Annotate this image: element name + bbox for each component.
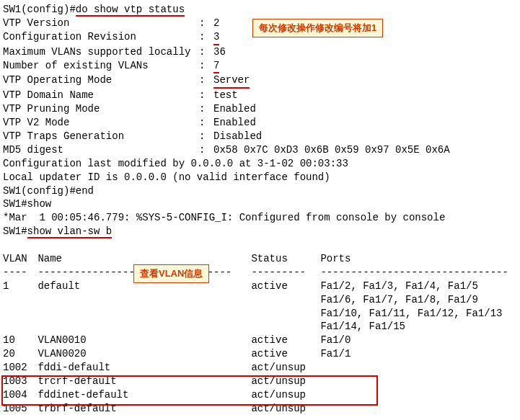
- table-row: 20 VLAN0020activeFa1/1: [3, 347, 517, 361]
- cell-name: fddinet-default: [38, 388, 251, 402]
- cell-ports: Fa1/14, Fa1/15: [320, 320, 405, 334]
- cell-name: trcrf-default: [38, 375, 251, 388]
- table-row-continuation: Fa1/14, Fa1/15: [3, 320, 517, 334]
- cell-vlan: 1: [3, 280, 32, 293]
- col-status: Status: [251, 252, 320, 266]
- label: VTP Operating Mode: [3, 73, 199, 89]
- table-row-continuation: Fa1/10, Fa1/11, Fa1/12, Fa1/13: [3, 307, 517, 321]
- cell-ports: Fa1/2, Fa1/3, Fa1/4, Fa1/5: [320, 280, 477, 293]
- colon: :: [199, 130, 213, 143]
- callout-revision-note: 每次修改操作修改编号将加1: [252, 19, 383, 37]
- vtp-maxvlan-row: Maximum VLANs supported locally: 36: [3, 45, 517, 59]
- label: MD5 digest: [3, 143, 199, 157]
- label: Maximum VLANs supported locally: [3, 45, 199, 59]
- command-text: do show vtp status: [76, 4, 185, 17]
- cli-end-line: SW1(config)#end: [3, 184, 517, 198]
- table-row: 1003 trcrf-defaultact/unsup: [3, 375, 517, 388]
- prompt: SW1(config)#: [3, 4, 76, 15]
- colon: :: [199, 73, 213, 89]
- value: 36: [213, 45, 226, 59]
- vtp-numvlan-row: Number of existing VLANs: 7: [3, 59, 517, 74]
- cell-status: active: [251, 280, 320, 293]
- cell-name: VLAN0010: [38, 334, 251, 347]
- prompt: SW1#: [3, 225, 27, 237]
- label: Configuration Revision: [3, 30, 199, 45]
- label: VTP Traps Generation: [3, 130, 199, 143]
- sep-vlan: ----: [3, 266, 32, 280]
- sep-ports: -------------------------------: [320, 266, 508, 280]
- cfg-last-line: Configuration last modified by 0.0.0.0 a…: [3, 157, 517, 171]
- table-row: 1004 fddinet-defaultact/unsup: [3, 388, 517, 402]
- table-row-continuation: Fa1/6, Fa1/7, Fa1/8, Fa1/9: [3, 293, 517, 307]
- colon: :: [199, 59, 213, 74]
- vtp-v2-row: VTP V2 Mode: Enabled: [3, 116, 517, 130]
- sep-status: ---------: [251, 266, 320, 280]
- cell-name: trbrf-default: [38, 402, 251, 416]
- vtp-mode-row: VTP Operating Mode: Server: [3, 73, 517, 89]
- cell-name: fddi-default: [38, 361, 251, 375]
- cell-ports: Fa1/6, Fa1/7, Fa1/8, Fa1/9: [320, 293, 477, 307]
- value: test: [213, 89, 238, 102]
- cell-vlan: 10: [3, 334, 32, 347]
- vtp-domain-row: VTP Domain Name: test: [3, 89, 517, 102]
- cell-vlan: 20: [3, 347, 32, 361]
- cell-ports: Fa1/1: [320, 347, 351, 361]
- colon: :: [199, 45, 213, 59]
- command-text: show vlan-sw b: [27, 225, 113, 238]
- value: Disabled: [213, 130, 262, 143]
- syslog-line: *Mar 1 00:05:46.779: %SYS-5-CONFIG_I: Co…: [3, 211, 517, 225]
- cell-status: act/unsup: [251, 388, 320, 402]
- value: Enabled: [213, 102, 256, 116]
- col-ports: Ports: [320, 252, 351, 266]
- cell-vlan: 1002: [3, 361, 32, 375]
- cli-show-vlan-line: SW1#show vlan-sw b: [3, 225, 517, 238]
- cell-status: act/unsup: [251, 375, 320, 388]
- cell-status: active: [251, 347, 320, 361]
- colon: :: [199, 30, 213, 45]
- vlan-table-header: VLAN NameStatusPorts: [3, 252, 517, 266]
- colon: :: [199, 143, 213, 157]
- vtp-pruning-row: VTP Pruning Mode: Enabled: [3, 102, 517, 116]
- cell-vlan: 1003: [3, 375, 32, 388]
- cell-status: act/unsup: [251, 402, 320, 416]
- value: Enabled: [213, 116, 256, 130]
- label: VTP Domain Name: [3, 89, 199, 102]
- value: Server: [213, 73, 250, 89]
- value: 2: [213, 17, 219, 30]
- colon: :: [199, 116, 213, 130]
- blank-line: [3, 238, 517, 252]
- label: VTP Version: [3, 17, 199, 30]
- vtp-md5-row: MD5 digest: 0x58 0x7C 0xD3 0x6B 0x59 0x9…: [3, 143, 517, 157]
- table-row: 1005 trbrf-defaultact/unsup: [3, 402, 517, 416]
- callout-vlan-info: 查看VLAN信息: [133, 264, 209, 283]
- label: VTP Pruning Mode: [3, 102, 199, 116]
- cli-show-line: SW1#show: [3, 197, 517, 211]
- table-row: 10 VLAN0010activeFa1/0: [3, 334, 517, 347]
- cell-ports: Fa1/0: [320, 334, 351, 347]
- cell-ports: Fa1/10, Fa1/11, Fa1/12, Fa1/13: [320, 307, 502, 321]
- value: 0x58 0x7C 0xD3 0x6B 0x59 0x97 0x5E 0x6A: [213, 143, 450, 157]
- label: Number of existing VLANs: [3, 59, 199, 74]
- cell-status: act/unsup: [251, 361, 320, 375]
- table-row: 1002 fddi-defaultact/unsup: [3, 361, 517, 375]
- table-row: 1 defaultactiveFa1/2, Fa1/3, Fa1/4, Fa1/…: [3, 280, 517, 293]
- label: VTP V2 Mode: [3, 116, 199, 130]
- cli-line-do-show-vtp: SW1(config)#do show vtp status: [3, 3, 517, 17]
- updater-line: Local updater ID is 0.0.0.0 (no valid in…: [3, 171, 517, 184]
- vlan-table-sep: ---- -----------------------------------…: [3, 266, 517, 280]
- value: 3: [213, 30, 219, 45]
- colon: :: [199, 102, 213, 116]
- cell-vlan: 1005: [3, 402, 32, 416]
- vlan-table-body: 1 defaultactiveFa1/2, Fa1/3, Fa1/4, Fa1/…: [3, 280, 517, 416]
- value: 7: [213, 59, 219, 74]
- colon: :: [199, 89, 213, 102]
- colon: :: [199, 17, 213, 30]
- col-vlan: VLAN: [3, 252, 32, 266]
- vtp-traps-row: VTP Traps Generation: Disabled: [3, 130, 517, 143]
- cell-status: active: [251, 334, 320, 347]
- cell-name: VLAN0020: [38, 347, 251, 361]
- cell-vlan: 1004: [3, 388, 32, 402]
